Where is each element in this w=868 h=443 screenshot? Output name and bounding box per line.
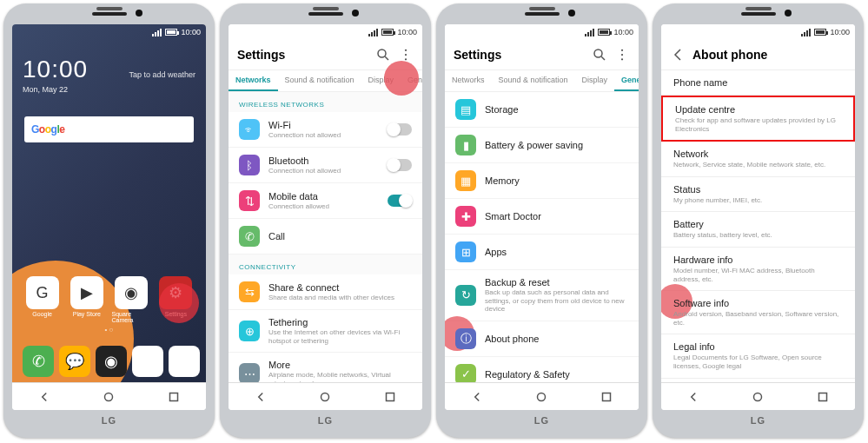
more-icon: ⋯	[239, 363, 260, 382]
nav-home[interactable]	[750, 389, 765, 405]
row-more[interactable]: ⋯ MoreAirplane mode, Mobile networks, Vi…	[229, 353, 422, 382]
tab-general[interactable]: General	[614, 70, 639, 91]
row-battery[interactable]: ▮Battery & power saving	[445, 128, 639, 163]
row-tethering[interactable]: ⊕ TetheringUse the Internet on other dev…	[229, 310, 422, 353]
memory-icon: ▦	[455, 170, 476, 191]
svg-rect-1	[169, 393, 177, 400]
nav-back[interactable]	[36, 389, 52, 405]
phone-home: 10:00 10:00 Mon, May 22 Tap to add weath…	[3, 3, 215, 438]
row-update-centre[interactable]: Update centreCheck for app and software …	[661, 96, 855, 142]
row-bluetooth[interactable]: ᛒ BluetoothConnection not allowed	[229, 148, 422, 183]
tab-sound[interactable]: Sound & notification	[492, 70, 575, 91]
tab-networks[interactable]: Networks	[445, 70, 492, 91]
row-about-phone[interactable]: ⓘAbout phone	[445, 321, 639, 357]
row-regulatory[interactable]: ✓Regulatory & Safety	[445, 357, 639, 382]
clock-date: Mon, May 22	[23, 85, 88, 94]
chrome-icon[interactable]: ◐	[169, 346, 200, 377]
row-wifi[interactable]: ᯤ Wi-FiConnection not allowed	[229, 112, 422, 148]
page-title: Settings	[237, 48, 368, 62]
storage-icon: ▤	[455, 99, 476, 120]
row-battery-info[interactable]: BatteryBattery status, battery level, et…	[661, 212, 855, 248]
svg-point-0	[105, 393, 113, 400]
settings-list[interactable]: WIRELESS NETWORKS ᯤ Wi-FiConnection not …	[229, 92, 422, 382]
row-software-info[interactable]: Software infoAndroid version, Baseband v…	[661, 291, 855, 334]
row-backup-reset[interactable]: ↻Backup & resetBack up data such as pers…	[445, 270, 639, 321]
row-memory[interactable]: ▦Memory	[445, 163, 639, 199]
row-status[interactable]: StatusMy phone number, IMEI, etc.	[661, 177, 855, 213]
nav-bar	[661, 382, 855, 410]
tab-sound[interactable]: Sound & notification	[278, 70, 361, 91]
status-bar: 10:00	[229, 24, 422, 40]
svg-point-10	[621, 54, 623, 56]
nav-recent[interactable]	[166, 389, 182, 405]
apps-icon: ⊞	[455, 241, 476, 262]
highlight-general-tab	[384, 61, 419, 96]
status-time: 10:00	[397, 28, 417, 36]
row-phone-name[interactable]: Phone name	[661, 70, 855, 96]
weather-hint[interactable]: Tap to add weather	[129, 70, 195, 79]
svg-rect-15	[818, 393, 826, 400]
phone-icon[interactable]: ✆	[23, 346, 54, 377]
row-legal-info[interactable]: Legal infoLegal Documents for LG Softwar…	[661, 334, 855, 378]
row-share-connect[interactable]: ⇆ Share & connectShare data and media wi…	[229, 274, 422, 310]
nav-recent[interactable]	[599, 389, 614, 405]
regulatory-icon: ✓	[455, 364, 476, 382]
settings-list[interactable]: ▤Storage ▮Battery & power saving ▦Memory…	[445, 92, 639, 382]
page-indicator: • ○	[12, 326, 206, 334]
svg-point-14	[754, 393, 762, 400]
header: Settings	[445, 40, 639, 70]
row-call[interactable]: ✆ Call	[229, 219, 422, 255]
nav-back[interactable]	[686, 389, 701, 405]
lg-logo: LG	[661, 415, 855, 426]
gallery-icon[interactable]: 🖼	[132, 346, 163, 377]
overflow-icon[interactable]	[614, 47, 630, 63]
tab-display[interactable]: Display	[575, 70, 615, 91]
messages-icon[interactable]: 💬	[59, 346, 90, 377]
row-activity-logs[interactable]: Activity logs	[661, 379, 855, 382]
bluetooth-toggle[interactable]	[388, 159, 412, 171]
highlight-settings-icon	[159, 283, 199, 323]
wifi-toggle[interactable]	[388, 123, 412, 136]
row-smart-doctor[interactable]: ✚Smart Doctor	[445, 199, 639, 235]
nav-home[interactable]	[317, 389, 333, 405]
back-icon[interactable]	[670, 47, 686, 63]
camera-icon[interactable]: ◉	[96, 346, 127, 377]
search-icon[interactable]	[375, 47, 391, 63]
search-icon[interactable]	[592, 47, 607, 63]
call-icon: ✆	[239, 226, 260, 247]
status-bar: 10:00	[661, 24, 855, 40]
app-google[interactable]: GGoogle	[23, 276, 62, 323]
svg-point-3	[405, 50, 407, 51]
nav-back[interactable]	[253, 389, 268, 405]
phone-settings-networks: 10:00 Settings Networks Sound & notifica…	[220, 3, 431, 438]
share-icon: ⇆	[239, 281, 260, 302]
mobile-data-toggle[interactable]	[388, 195, 412, 207]
row-mobile-data[interactable]: ⇅ Mobile dataConnection allowed	[229, 183, 422, 219]
app-play-store[interactable]: ▶Play Store	[67, 276, 106, 323]
settings-general-screen: 10:00 Settings Networks Sound & notifica…	[445, 24, 639, 410]
nav-home[interactable]	[101, 389, 116, 405]
signal-icon	[368, 29, 378, 36]
mobile-data-icon: ⇅	[239, 190, 260, 211]
status-bar: 10:00	[445, 24, 639, 40]
tab-networks[interactable]: Networks	[229, 70, 278, 91]
nav-home[interactable]	[533, 389, 549, 405]
about-list[interactable]: Phone name Update centreCheck for app an…	[661, 70, 855, 382]
nav-bar	[445, 382, 639, 410]
row-hardware-info[interactable]: Hardware infoModel number, Wi-Fi MAC add…	[661, 248, 855, 291]
row-apps[interactable]: ⊞Apps	[445, 235, 639, 270]
app-square-camera[interactable]: ◉Square Camera	[112, 276, 151, 323]
dock: ✆ 💬 ◉ 🖼 ◐	[12, 346, 206, 377]
row-storage[interactable]: ▤Storage	[445, 92, 639, 128]
lg-logo: LG	[445, 415, 639, 426]
row-network[interactable]: NetworkNetwork, Service state, Mobile ne…	[661, 142, 855, 177]
nav-recent[interactable]	[382, 389, 398, 405]
section-connectivity: CONNECTIVITY	[229, 255, 422, 274]
nav-back[interactable]	[469, 389, 485, 405]
nav-recent[interactable]	[815, 389, 831, 405]
backup-icon: ↻	[455, 285, 476, 306]
battery-icon	[598, 29, 610, 36]
signal-icon	[585, 29, 594, 36]
bluetooth-icon: ᛒ	[239, 155, 260, 175]
battery-icon: ▮	[455, 135, 476, 155]
